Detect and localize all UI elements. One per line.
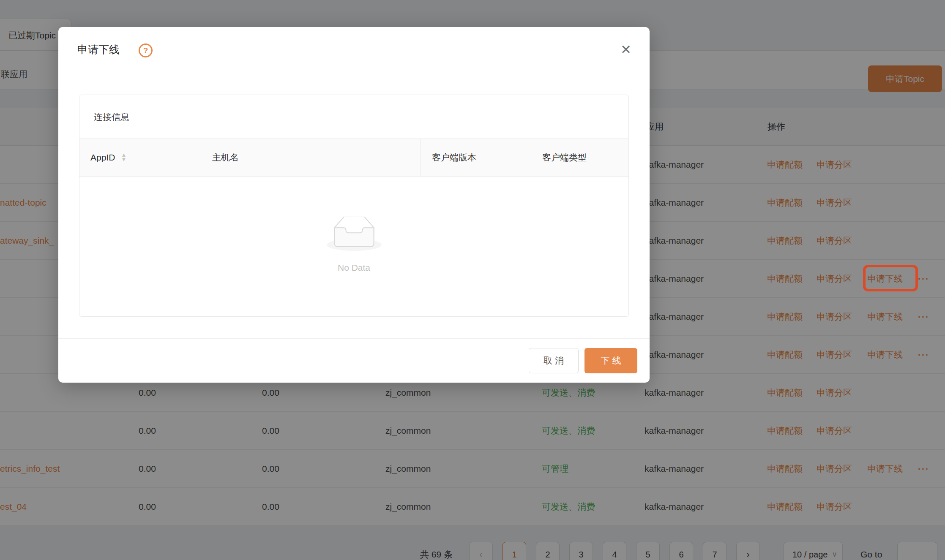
modal-table-header: AppID▲▼ 主机名 客户端版本 客户端类型 xyxy=(79,139,628,177)
appid-label: AppID xyxy=(90,152,115,162)
highlight-box xyxy=(863,265,918,291)
modal-footer-divider xyxy=(58,338,650,339)
empty-box-icon xyxy=(327,217,382,252)
connection-info-card: 连接信息 AppID▲▼ 主机名 客户端版本 客户端类型 xyxy=(79,95,629,317)
column-header-client-type: 客户端类型 xyxy=(531,139,628,176)
cancel-button[interactable]: 取 消 xyxy=(529,348,579,373)
screen: 已过期Topic 联应用 申请Topic 联应用 操作 kafka-manage… xyxy=(0,0,945,560)
column-header-hostname: 主机名 xyxy=(201,139,421,176)
modal-title: 申请下线 xyxy=(77,27,120,72)
help-icon[interactable]: ? xyxy=(139,43,153,57)
apply-offline-modal: 申请下线 ? ✕ 连接信息 AppID▲▼ 主机名 客户端版本 客户端类型 xyxy=(58,27,650,383)
connection-info-title: 连接信息 xyxy=(94,95,129,139)
close-icon[interactable]: ✕ xyxy=(615,40,636,60)
offline-confirm-button[interactable]: 下 线 xyxy=(584,348,637,373)
column-header-client-version: 客户端版本 xyxy=(421,139,531,176)
empty-state: No Data xyxy=(79,177,628,316)
modal-header: 申请下线 ? ✕ xyxy=(58,27,650,72)
column-header-appid: AppID▲▼ xyxy=(79,139,201,176)
no-data-text: No Data xyxy=(338,263,370,273)
sort-icon[interactable]: ▲▼ xyxy=(121,152,126,162)
